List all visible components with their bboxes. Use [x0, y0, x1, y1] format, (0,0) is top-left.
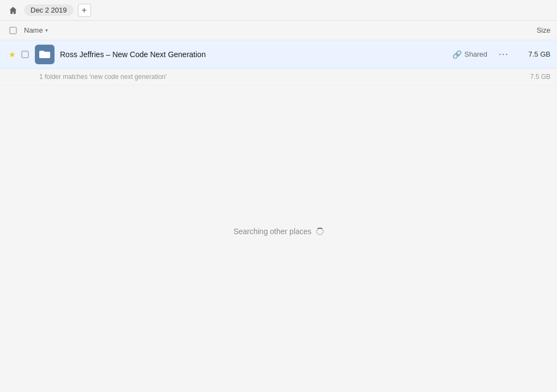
folder-icon	[39, 49, 50, 60]
loading-spinner	[316, 228, 324, 235]
svg-rect-0	[10, 27, 16, 34]
match-text: 1 folder matches 'new code next generati…	[39, 73, 167, 81]
svg-rect-1	[22, 51, 28, 58]
match-info-row: 1 folder matches 'new code next generati…	[0, 69, 557, 85]
link-icon: 🔗	[452, 50, 462, 59]
date-pill[interactable]: Dec 2 2019	[24, 4, 74, 16]
size-column-header: Size	[507, 26, 550, 34]
searching-other-places: Searching other places	[0, 227, 557, 236]
file-icon	[35, 45, 55, 64]
home-icon	[9, 6, 17, 15]
home-button[interactable]	[7, 4, 20, 17]
add-button[interactable]: +	[78, 4, 91, 17]
more-options-button[interactable]: ···	[496, 47, 511, 62]
name-column-header[interactable]: Name ▾	[24, 26, 507, 34]
match-size: 7.5 GB	[530, 73, 550, 81]
folder-svg	[39, 49, 50, 60]
toolbar: Dec 2 2019 +	[0, 0, 557, 21]
file-row[interactable]: ★ Ross Jeffries – New Code Next Generati…	[0, 40, 557, 69]
header-checkbox[interactable]	[7, 27, 20, 34]
checkbox-icon	[9, 27, 17, 34]
shared-badge: 🔗 Shared	[452, 50, 487, 59]
column-headers: Name ▾ Size	[0, 21, 557, 40]
row-checkbox[interactable]	[20, 49, 31, 60]
file-name: Ross Jeffries – New Code Next Generation	[60, 50, 452, 59]
shared-label: Shared	[464, 50, 487, 58]
file-size: 7.5 GB	[518, 50, 550, 58]
name-label: Name	[24, 26, 43, 34]
sort-chevron-icon: ▾	[45, 27, 48, 33]
star-button[interactable]: ★	[7, 49, 17, 60]
searching-label: Searching other places	[233, 227, 311, 236]
row-checkbox-icon	[21, 51, 29, 58]
